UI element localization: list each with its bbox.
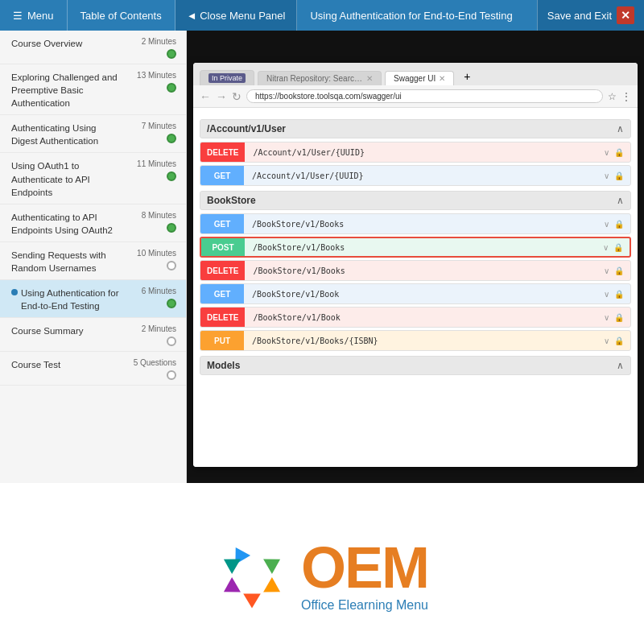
menu-button[interactable]: ☰ Menu [0, 0, 68, 31]
status-dot-complete [167, 299, 176, 308]
lock-icon: 🔒 [614, 171, 624, 180]
oem-logo: OEM Office Elearning Menu [216, 539, 428, 613]
api-path: /BookStore/v1/Book [244, 290, 604, 299]
sidebar-item-exploring[interactable]: Exploring Challenged and Preemptive Basi… [0, 64, 186, 115]
chevron-down-icon: ∨ [604, 266, 609, 275]
lock-icon: 🔒 [614, 266, 624, 275]
section-chevron-icon: ∧ [617, 123, 624, 134]
current-lesson-title: Using Authentication for End-to-End Test… [297, 10, 536, 22]
menu-icon: ☰ [13, 10, 23, 22]
bookstore-section-header[interactable]: BookStore ∧ [200, 191, 631, 210]
chevron-down-icon: ∨ [604, 336, 609, 345]
lock-icon: 🔒 [614, 148, 624, 157]
models-section-title: Models [207, 360, 240, 371]
tab-close-icon[interactable]: ✕ [439, 74, 445, 83]
status-dot-complete [167, 83, 176, 93]
lock-icon: 🔒 [614, 220, 624, 229]
swagger-content: /Account/v1/User ∧ DELETE /Account/v1/Us… [193, 108, 638, 467]
url-input[interactable]: https://bookstore.toolsqa.com/swagger/ui [246, 89, 603, 103]
api-path: /Account/v1/User/{UUID} [244, 171, 604, 180]
sidebar: Course Overview 2 Minutes Exploring Chal… [0, 31, 187, 483]
save-exit-button[interactable]: Save and Exit ✕ [537, 0, 644, 31]
status-dot-empty [167, 336, 176, 346]
sidebar-item-end-to-end[interactable]: Using Authentication for End-to-End Test… [0, 280, 186, 318]
chevron-down-icon: ∨ [604, 171, 609, 180]
method-badge-post: POST [201, 238, 245, 256]
current-indicator [11, 289, 18, 295]
sidebar-item-oauth2[interactable]: Authenticating to API Endpoints Using OA… [0, 204, 186, 242]
api-row-get-book[interactable]: GET /BookStore/v1/Book ∨ 🔒 [200, 283, 631, 304]
api-row-delete-book[interactable]: DELETE /BookStore/v1/Book ∨ 🔒 [200, 307, 631, 328]
section-chevron-icon: ∧ [617, 360, 624, 371]
tab-close-icon[interactable]: ✕ [366, 74, 373, 83]
bottom-logo-area: OEM Office Elearning Menu [0, 483, 644, 644]
sidebar-item-course-overview[interactable]: Course Overview 2 Minutes [0, 31, 186, 64]
method-badge-get: GET [200, 284, 244, 303]
models-section-header[interactable]: Models ∧ [200, 356, 631, 375]
api-row-post-books[interactable]: POST /BookStore/v1/Books ∨ 🔒 [200, 237, 631, 258]
svg-marker-3 [243, 594, 261, 609]
lock-icon: 🔒 [614, 290, 624, 299]
back-button[interactable]: ← [200, 90, 211, 103]
lock-icon: 🔒 [613, 243, 623, 252]
browser-tab-nitran[interactable]: Nitran Repository: Search/Gis... ✕ [258, 71, 382, 85]
close-panel-button[interactable]: ◄ Close Menu Panel [175, 0, 298, 31]
browser-window: In Private Nitran Repository: Search/Gis… [193, 63, 638, 467]
sidebar-item-course-summary[interactable]: Course Summary 2 Minutes [0, 318, 186, 352]
chevron-down-icon: ∨ [603, 243, 609, 252]
close-icon: ✕ [617, 6, 634, 24]
sidebar-item-digest[interactable]: Authenticating Using Digest Authenticati… [0, 115, 186, 153]
browser-tab-swagger[interactable]: Swagger UI ✕ [385, 71, 454, 85]
section-chevron-icon: ∧ [617, 195, 624, 206]
reload-button[interactable]: ↻ [232, 90, 242, 103]
sidebar-item-course-test[interactable]: Course Test 5 Questions [0, 352, 186, 386]
status-dot-complete [167, 49, 176, 59]
method-badge-delete: DELETE [200, 142, 245, 162]
sidebar-item-random[interactable]: Sending Requests with Random Usernames 1… [0, 242, 186, 280]
browser-address-bar: ← → ↻ https://bookstore.toolsqa.com/swag… [193, 85, 638, 108]
menu-dots-icon[interactable]: ⋮ [621, 91, 631, 102]
api-path: /Account/v1/User/{UUID} [245, 148, 604, 157]
oem-title: OEM [301, 539, 428, 597]
api-row-delete-books[interactable]: DELETE /BookStore/v1/Books ∨ 🔒 [200, 260, 631, 281]
oem-subtitle: Office Elearning Menu [301, 598, 428, 613]
sidebar-item-oauth1[interactable]: Using OAuth1 to Authenticate to API Endp… [0, 153, 186, 204]
toc-label: Table of Contents [80, 10, 162, 22]
api-row-delete-user[interactable]: DELETE /Account/v1/User/{UUID} ∨ 🔒 [200, 142, 631, 163]
chevron-down-icon: ∨ [604, 313, 609, 322]
toc-button[interactable]: Table of Contents [68, 0, 175, 31]
forward-button[interactable]: → [216, 90, 227, 103]
method-badge-put: PUT [200, 331, 244, 350]
menu-label: Menu [27, 10, 54, 22]
method-badge-get: GET [200, 166, 244, 185]
top-navigation: ☰ Menu Table of Contents ◄ Close Menu Pa… [0, 0, 644, 31]
api-path: /BookStore/v1/Books [245, 243, 603, 252]
content-area: In Private Nitran Repository: Search/Gis… [187, 31, 644, 483]
bookstore-section-title: BookStore [207, 195, 256, 206]
method-badge-delete: DELETE [200, 308, 245, 327]
api-row-get-user[interactable]: GET /Account/v1/User/{UUID} ∨ 🔒 [200, 165, 631, 186]
svg-marker-4 [220, 577, 241, 600]
api-row-put-books-isbn[interactable]: PUT /BookStore/v1/Books/{ISBN} ∨ 🔒 [200, 330, 631, 351]
api-path: /BookStore/v1/Book [245, 313, 604, 322]
api-path: /BookStore/v1/Books [244, 220, 604, 229]
save-exit-label: Save and Exit [547, 10, 612, 22]
status-dot-empty [167, 261, 176, 270]
status-dot-empty [167, 370, 176, 380]
lock-icon: 🔒 [614, 336, 624, 345]
main-layout: Course Overview 2 Minutes Exploring Chal… [0, 31, 644, 483]
account-section-title: /Account/v1/User [207, 123, 286, 134]
chevron-down-icon: ∨ [604, 220, 609, 229]
chevron-down-icon: ∨ [604, 290, 609, 299]
new-tab-button[interactable]: + [457, 68, 477, 85]
method-badge-delete: DELETE [200, 261, 245, 280]
account-section-header[interactable]: /Account/v1/User ∧ [200, 119, 631, 138]
api-row-get-books[interactable]: GET /BookStore/v1/Books ∨ 🔒 [200, 213, 631, 234]
status-dot-complete [167, 171, 176, 181]
bookmark-icon[interactable]: ☆ [608, 91, 617, 102]
browser-tab-private[interactable]: In Private [200, 70, 254, 85]
oem-text: OEM Office Elearning Menu [301, 539, 428, 613]
api-path: /BookStore/v1/Books/{ISBN} [244, 336, 604, 345]
browser-tabs: In Private Nitran Repository: Search/Gis… [193, 63, 638, 85]
status-dot-complete [167, 223, 176, 233]
